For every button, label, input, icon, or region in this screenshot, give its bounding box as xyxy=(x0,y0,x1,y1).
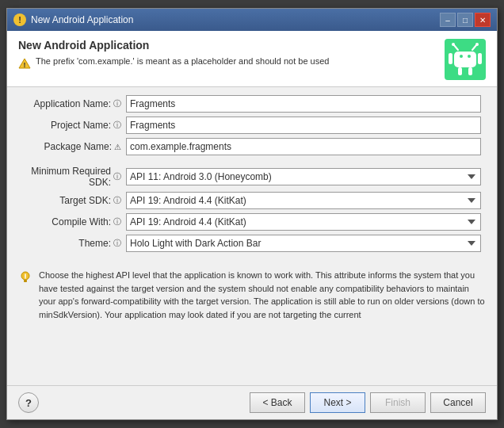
svg-point-9 xyxy=(468,55,471,58)
svg-rect-15 xyxy=(24,280,27,282)
footer: ? < Back Next > Finish Cancel xyxy=(7,385,497,419)
android-logo xyxy=(445,39,486,80)
page-title: New Android Application xyxy=(18,39,437,52)
project-name-input[interactable] xyxy=(126,117,481,134)
svg-point-17 xyxy=(25,277,26,279)
maximize-button[interactable]: □ xyxy=(457,13,473,27)
compile-with-info-icon[interactable]: ⓘ xyxy=(113,216,121,227)
info-bulb-icon xyxy=(18,270,32,285)
warning-row: ! The prefix 'com.example.' is meant as … xyxy=(18,56,437,70)
svg-rect-12 xyxy=(449,53,452,64)
back-button[interactable]: < Back xyxy=(250,392,305,413)
min-sdk-select[interactable]: API 11: Android 3.0 (Honeycomb) API 14: … xyxy=(126,168,481,185)
package-name-label: Package Name: ⚠ xyxy=(23,141,126,152)
project-name-info-icon[interactable]: ⓘ xyxy=(113,120,121,131)
application-name-input[interactable] xyxy=(126,95,481,113)
next-button[interactable]: Next > xyxy=(310,392,365,413)
info-text: Choose the highest API level that the ap… xyxy=(39,269,486,321)
min-sdk-row: Minimum Required SDK: ⓘ API 11: Android … xyxy=(23,166,481,188)
project-name-row: Project Name: ⓘ xyxy=(23,117,481,134)
target-sdk-label: Target SDK: ⓘ xyxy=(23,195,126,206)
cancel-button[interactable]: Cancel xyxy=(430,392,486,413)
svg-point-8 xyxy=(460,55,463,58)
svg-rect-7 xyxy=(454,52,476,67)
project-name-label: Project Name: ⓘ xyxy=(23,120,126,131)
warning-text: The prefix 'com.example.' is meant as a … xyxy=(36,56,329,66)
target-sdk-row: Target SDK: ⓘ API 19: Android 4.4 (KitKa… xyxy=(23,192,481,209)
title-bar-left: ! New Android Application xyxy=(13,13,133,26)
info-section: Choose the highest API level that the ap… xyxy=(7,262,497,385)
close-button[interactable]: ✕ xyxy=(475,13,491,27)
minimize-button[interactable]: – xyxy=(440,13,456,27)
title-bar-controls: – □ ✕ xyxy=(440,13,491,27)
application-name-label: Application Name: ⓘ xyxy=(23,98,126,109)
window-content: New Android Application ! The prefix 'co… xyxy=(7,31,497,419)
warning-icon: ! xyxy=(18,57,31,70)
svg-text:!: ! xyxy=(24,61,26,69)
min-sdk-info-icon[interactable]: ⓘ xyxy=(113,171,121,182)
header-left: New Android Application ! The prefix 'co… xyxy=(18,39,437,70)
header-section: New Android Application ! The prefix 'co… xyxy=(7,31,497,87)
help-button[interactable]: ? xyxy=(18,392,39,413)
svg-point-6 xyxy=(475,43,479,46)
svg-rect-10 xyxy=(458,67,462,75)
main-window: ! New Android Application – □ ✕ New Andr… xyxy=(6,8,498,420)
footer-left: ? xyxy=(18,392,39,413)
package-name-input[interactable] xyxy=(126,138,481,155)
form-section: Application Name: ⓘ Project Name: ⓘ Pack… xyxy=(7,87,497,262)
compile-with-row: Compile With: ⓘ API 19: Android 4.4 (Kit… xyxy=(23,213,481,231)
svg-rect-13 xyxy=(478,53,482,64)
svg-rect-11 xyxy=(468,67,472,75)
footer-right: < Back Next > Finish Cancel xyxy=(250,392,486,413)
package-name-info-icon[interactable]: ⚠ xyxy=(114,143,121,151)
app-name-info-icon[interactable]: ⓘ xyxy=(113,98,121,109)
theme-label: Theme: ⓘ xyxy=(23,238,126,249)
compile-with-label: Compile With: ⓘ xyxy=(23,216,126,227)
title-bar-text: New Android Application xyxy=(31,14,133,25)
svg-point-4 xyxy=(452,43,455,46)
package-name-row: Package Name: ⚠ xyxy=(23,138,481,155)
theme-select[interactable]: Holo Light with Dark Action Bar Holo Dar… xyxy=(126,235,481,252)
finish-button[interactable]: Finish xyxy=(370,392,426,413)
target-sdk-info-icon[interactable]: ⓘ xyxy=(113,195,121,206)
min-sdk-label: Minimum Required SDK: ⓘ xyxy=(23,166,126,188)
title-bar-icon: ! xyxy=(13,13,26,26)
theme-info-icon[interactable]: ⓘ xyxy=(113,238,121,249)
target-sdk-select[interactable]: API 19: Android 4.4 (KitKat) API 18: And… xyxy=(126,192,481,209)
application-name-row: Application Name: ⓘ xyxy=(23,95,481,113)
title-bar: ! New Android Application – □ ✕ xyxy=(7,9,497,31)
theme-row: Theme: ⓘ Holo Light with Dark Action Bar… xyxy=(23,235,481,252)
compile-with-select[interactable]: API 19: Android 4.4 (KitKat) API 18: And… xyxy=(126,213,481,231)
